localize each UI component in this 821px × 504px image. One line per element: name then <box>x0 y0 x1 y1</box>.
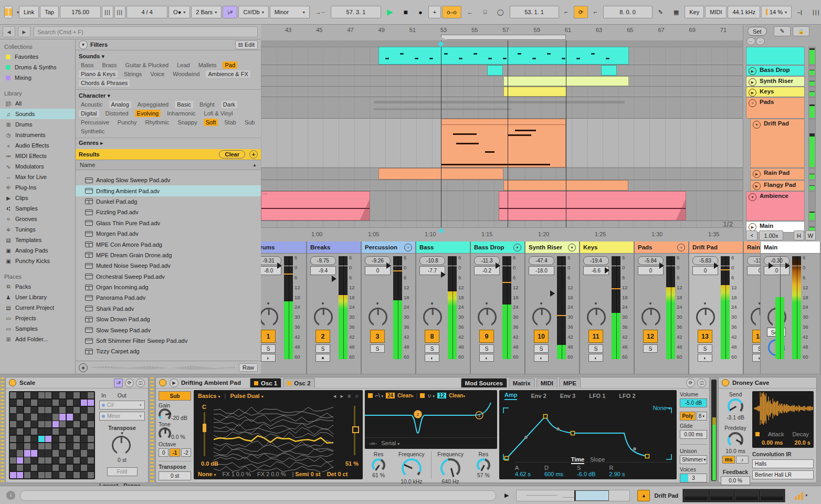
track-lane-ambience[interactable]: ... <box>261 191 743 221</box>
tab-osc1[interactable]: Osc 1 <box>250 378 281 387</box>
strip-header[interactable]: Drift Pad <box>689 242 743 254</box>
scale-grid-cell[interactable] <box>38 457 45 464</box>
result-row[interactable]: Slow Sweep Pad.adv <box>76 324 261 335</box>
env-decay-value[interactable]: 600 ms <box>544 471 563 477</box>
browser-forward-icon[interactable]: ▶ <box>18 26 30 37</box>
scale-grid-cell[interactable] <box>10 457 16 464</box>
tab-midi[interactable]: MIDI <box>536 378 557 387</box>
track-number-badge[interactable]: 1 <box>261 330 276 343</box>
pan-knob[interactable] <box>641 308 660 327</box>
freq1-value[interactable]: 10.0 kHz <box>392 478 430 485</box>
solo-button[interactable]: S <box>698 344 712 353</box>
prev-table-icon[interactable]: ◂ <box>333 393 336 400</box>
collapse-filters-icon[interactable]: ▼ <box>79 40 88 49</box>
hot-swap-icon[interactable]: ⟳ <box>686 379 695 387</box>
pan-knob[interactable] <box>696 308 715 327</box>
scale-grid-cell[interactable] <box>31 472 37 478</box>
filter-tag-basic[interactable]: Basic <box>175 101 193 108</box>
scale-grid-cell[interactable] <box>73 472 80 478</box>
scale-grid-cell[interactable] <box>88 414 94 420</box>
scale-grid-cell[interactable] <box>31 428 37 435</box>
live-logo[interactable] <box>4 6 13 18</box>
scale-grid-cell[interactable] <box>59 436 66 442</box>
sidebar-item-modulators[interactable]: ∿Modulators <box>0 161 75 172</box>
width-zoom-button[interactable]: W <box>805 230 816 240</box>
scale-grid-cell[interactable] <box>45 472 51 478</box>
result-row[interactable]: Soft Shimmer Filter Sweep Pad.adv <box>76 335 261 346</box>
scale-grid-cell[interactable] <box>45 457 51 464</box>
scale-grid-cell[interactable] <box>24 392 30 398</box>
preview-waveform[interactable] <box>91 364 236 371</box>
sub-button[interactable]: Sub <box>159 391 191 401</box>
filter-tag-voice[interactable]: Voice <box>148 70 166 78</box>
scale-grid-cell[interactable] <box>67 457 73 464</box>
scale-grid-cell[interactable] <box>24 407 30 413</box>
group-unfold-icon[interactable]: ≡ <box>404 244 412 251</box>
filter-tag-ambience-fx[interactable]: Ambience & FX <box>206 70 250 78</box>
track-number-badge[interactable]: 9 <box>479 330 494 343</box>
scale-grid-cell[interactable] <box>59 392 66 398</box>
automation-arm-button[interactable]: o–o <box>442 6 461 18</box>
browser-back-icon[interactable]: ◀ <box>3 26 15 37</box>
sidebar-item-clips[interactable]: ▶Clips <box>0 193 75 203</box>
device-view-toggle[interactable]: ▲ <box>637 490 650 501</box>
scale-aware-icon[interactable]: ♭# <box>114 379 123 387</box>
scale-grid-cell[interactable] <box>67 407 73 413</box>
pan-knob[interactable] <box>532 308 551 327</box>
solo-button[interactable]: S <box>479 344 494 353</box>
transpose-knob[interactable] <box>112 436 131 455</box>
edit-filters-button[interactable]: ⊟ Edit <box>235 40 258 49</box>
octave-button-0[interactable]: 0 <box>159 448 169 457</box>
scale-grid-cell[interactable] <box>73 443 80 449</box>
device-on-toggle[interactable] <box>159 379 166 386</box>
set-button[interactable]: Set <box>748 27 767 36</box>
track-header-untitled[interactable] <box>746 47 805 65</box>
scale-grid-cell[interactable] <box>81 436 87 442</box>
scale-grid-cell[interactable] <box>38 465 45 471</box>
result-row[interactable]: Drifting Ambient Pad.adv <box>76 185 261 196</box>
scale-grid-cell[interactable] <box>24 400 30 406</box>
scale-grid-cell[interactable] <box>45 436 51 442</box>
filter1-slope[interactable]: 24 <box>386 393 395 398</box>
osc-fx1-value[interactable]: FX 1 0.0 % <box>223 471 251 477</box>
volume-field[interactable]: -18.0 <box>529 266 554 275</box>
predelay-ms-toggle[interactable]: ms <box>722 456 735 464</box>
scale-grid-cell[interactable] <box>73 400 80 406</box>
strip-header[interactable]: Synth Riser▼ <box>525 242 579 254</box>
computer-midi-keyboard-button[interactable]: ▦ <box>669 6 683 18</box>
scale-grid-cell[interactable] <box>24 450 30 456</box>
strip-header[interactable]: Keys <box>580 242 634 254</box>
solo-button[interactable]: S <box>425 344 439 353</box>
sidebar-item-templates[interactable]: ▤Templates <box>0 235 75 245</box>
filter-tag-synthetic[interactable]: Synthetic <box>79 128 107 135</box>
result-row[interactable]: Muted Noise Sweep Pad.adv <box>76 260 261 271</box>
scale-grid-cell[interactable] <box>67 465 73 471</box>
arrangement-position[interactable]: 57. 3. 1 <box>331 6 381 18</box>
filter-tag-rhythmic[interactable]: Rhythmic <box>143 119 172 126</box>
scale-grid-cell[interactable] <box>88 465 94 471</box>
clip[interactable]: ... <box>261 191 370 220</box>
fold-track-icon[interactable]: ▼ <box>749 193 756 201</box>
arrangement-overview[interactable] <box>516 490 630 501</box>
scale-grid-cell[interactable] <box>52 465 59 471</box>
scale-grid-cell[interactable] <box>67 421 73 427</box>
arrangement-overview-play-icon[interactable]: ▶ <box>504 492 509 499</box>
result-row[interactable]: Glass Thin Pure Pad.adv <box>76 218 261 228</box>
device-on-toggle[interactable] <box>9 379 16 386</box>
meter-caret-icon[interactable]: ▾ <box>805 493 807 498</box>
filter-tag-lead[interactable]: Lead <box>175 61 192 69</box>
scale-grid-cell[interactable] <box>38 421 45 427</box>
track-header-flangy-pad[interactable]: ▶Flangy Pad <box>750 180 805 191</box>
track-header-pads[interactable]: ≡Pads <box>746 97 805 119</box>
scale-grid-cell[interactable] <box>24 443 30 449</box>
scale-grid-cell[interactable] <box>24 436 30 442</box>
sidebar-item-add-folder-[interactable]: ⊞Add Folder... <box>0 334 75 344</box>
audition-button[interactable]: ᚜ <box>746 230 757 240</box>
group-unfold-icon[interactable]: ≡ <box>677 244 685 251</box>
octave-button--1[interactable]: -1 <box>170 448 180 457</box>
filter-routing-select[interactable]: Serial ▾ <box>381 440 399 446</box>
scale-grid-cell[interactable] <box>73 414 80 420</box>
scale-grid-cell[interactable] <box>31 414 37 420</box>
nudge-down-icon[interactable]: ||| <box>102 6 113 18</box>
scale-grid-cell[interactable] <box>10 428 16 435</box>
